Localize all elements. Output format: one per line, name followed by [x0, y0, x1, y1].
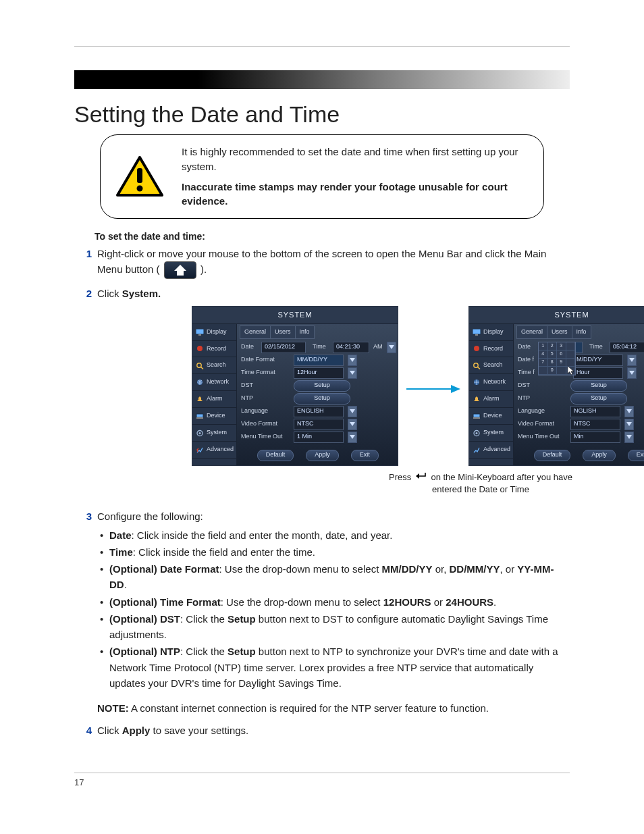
- step2-text-a: Click: [97, 288, 122, 299]
- time-format-dropdown[interactable]: [627, 367, 637, 379]
- menu-timeout-field[interactable]: 1 Min: [294, 432, 344, 443]
- bullet-date: Date: Click inside the field and enter t…: [100, 527, 570, 543]
- step-1: 1 Right-click or move your mouse to the …: [74, 246, 570, 279]
- page-title: Setting the Date and Time: [74, 101, 570, 128]
- time-field[interactable]: 04:21:30: [333, 342, 369, 353]
- date-field[interactable]: 02/15/2012: [261, 342, 306, 353]
- svg-marker-15: [350, 371, 355, 375]
- language-dropdown[interactable]: [624, 406, 634, 417]
- callout-p1: It is highly recommended to set the date…: [182, 145, 527, 174]
- menu-timeout-label: Menu Time Out: [516, 432, 568, 442]
- sidebar-item-display[interactable]: Display: [469, 324, 513, 341]
- sidebar-item-search[interactable]: Search: [192, 357, 236, 374]
- sidebar-item-display[interactable]: Display: [192, 324, 236, 341]
- ntp-setup-button[interactable]: Setup: [294, 393, 350, 405]
- sidebar-item-system[interactable]: System: [192, 425, 236, 442]
- exit-button[interactable]: Exit: [351, 450, 379, 461]
- dst-setup-button[interactable]: Setup: [294, 380, 350, 392]
- video-format-label: Video Format: [240, 419, 291, 429]
- apply-button[interactable]: Apply: [306, 450, 339, 461]
- sidebar-item-device[interactable]: Device: [192, 408, 236, 425]
- svg-rect-28: [473, 417, 480, 419]
- sidebar-item-device[interactable]: Device: [469, 408, 513, 425]
- language-field[interactable]: ENGLISH: [294, 406, 344, 417]
- date-format-dropdown[interactable]: [348, 355, 357, 366]
- video-format-dropdown[interactable]: [624, 419, 634, 430]
- tab-info[interactable]: Info: [572, 325, 591, 339]
- sidebar-item-search[interactable]: Search: [469, 357, 513, 374]
- menu-timeout-label: Menu Time Out: [240, 432, 291, 442]
- system-panel-right: SYSTEM Display Record Search Network Ala…: [468, 306, 644, 466]
- svg-marker-20: [451, 385, 460, 393]
- tab-general[interactable]: General: [516, 325, 547, 339]
- svg-marker-13: [389, 345, 394, 349]
- time-format-field[interactable]: Hour: [573, 367, 623, 379]
- svg-rect-4: [198, 334, 201, 336]
- menu-timeout-dropdown[interactable]: [624, 432, 634, 443]
- menu-timeout-field[interactable]: Min: [570, 432, 620, 443]
- svg-point-23: [474, 346, 479, 351]
- sidebar-item-record[interactable]: Record: [469, 341, 513, 358]
- tab-users[interactable]: Users: [547, 325, 572, 339]
- svg-point-5: [197, 346, 203, 351]
- language-label: Language: [240, 407, 291, 416]
- step-4: 4 Click Apply to save your settings.: [74, 723, 570, 738]
- default-button[interactable]: Default: [534, 450, 571, 461]
- video-format-label: Video Format: [516, 419, 568, 429]
- step-number: 1: [74, 246, 97, 279]
- ampm-dropdown[interactable]: [387, 342, 396, 353]
- apply-button[interactable]: Apply: [583, 450, 616, 461]
- tab-general[interactable]: General: [240, 325, 271, 339]
- callout-p2: Inaccurate time stamps may render your f…: [182, 181, 508, 207]
- video-format-field[interactable]: NTSC: [294, 419, 344, 430]
- sidebar-item-system[interactable]: System: [469, 425, 513, 442]
- svg-marker-17: [350, 422, 355, 426]
- document-page: Setting the Date and Time It is highly r…: [0, 46, 644, 808]
- dst-setup-button[interactable]: Setup: [570, 380, 627, 392]
- panel-title: SYSTEM: [469, 307, 644, 324]
- exit-button[interactable]: Exit: [628, 450, 644, 461]
- sidebar-item-alarm[interactable]: Alarm: [192, 391, 236, 408]
- video-format-field[interactable]: NTSC: [570, 419, 620, 430]
- step3-bullets: Date: Click inside the field and enter t…: [97, 527, 570, 692]
- dst-label: DST: [516, 381, 568, 390]
- svg-rect-22: [475, 334, 478, 336]
- panel-title: SYSTEM: [192, 307, 398, 324]
- menu-timeout-dropdown[interactable]: [348, 432, 357, 443]
- svg-marker-14: [350, 358, 355, 362]
- svg-marker-34: [626, 409, 632, 413]
- panel-tabs: General Users Info: [516, 325, 644, 339]
- time-format-field[interactable]: 12Hour: [294, 367, 344, 379]
- svg-marker-16: [350, 409, 355, 413]
- time-field[interactable]: 05:04:12: [610, 342, 644, 353]
- time-format-dropdown[interactable]: [348, 367, 357, 379]
- bullet-time-format: (Optional) Time Format: Use the drop-dow…: [100, 594, 570, 610]
- date-format-field[interactable]: M/DD/YY: [573, 355, 623, 366]
- sidebar-item-record[interactable]: Record: [192, 341, 236, 358]
- tab-info[interactable]: Info: [296, 325, 315, 339]
- panel-sidebar: Display Record Search Network Alarm Devi…: [469, 324, 514, 465]
- default-button[interactable]: Default: [257, 450, 294, 461]
- date-label: Date: [240, 342, 259, 352]
- ntp-setup-button[interactable]: Setup: [570, 393, 627, 405]
- tab-users[interactable]: Users: [271, 325, 296, 339]
- sidebar-item-alarm[interactable]: Alarm: [469, 391, 513, 408]
- video-format-dropdown[interactable]: [348, 419, 357, 430]
- ntp-label: NTP: [240, 394, 291, 403]
- svg-point-2: [137, 185, 143, 191]
- language-field[interactable]: NGLISH: [570, 406, 620, 417]
- sidebar-item-network[interactable]: Network: [469, 374, 513, 391]
- sidebar-item-network[interactable]: Network: [192, 374, 236, 391]
- date-format-label-trunc: Date f: [516, 355, 538, 365]
- panel-caption: Press on the Mini-Keyboard after you hav…: [378, 471, 583, 496]
- svg-rect-10: [196, 417, 203, 419]
- date-format-dropdown[interactable]: [627, 355, 637, 366]
- sidebar-item-advanced[interactable]: Advanced: [469, 442, 513, 459]
- language-dropdown[interactable]: [348, 406, 357, 417]
- enter-key-icon: [415, 471, 427, 484]
- screenshot-panels: SYSTEM Display Record Search Network Ala…: [192, 306, 644, 466]
- date-format-field[interactable]: MM/DD/YY: [294, 355, 344, 366]
- sidebar-item-advanced[interactable]: Advanced: [192, 442, 236, 459]
- bullet-dst: (Optional) DST: Click the Setup button n…: [100, 611, 570, 643]
- time-format-label-trunc: Time f: [516, 368, 538, 377]
